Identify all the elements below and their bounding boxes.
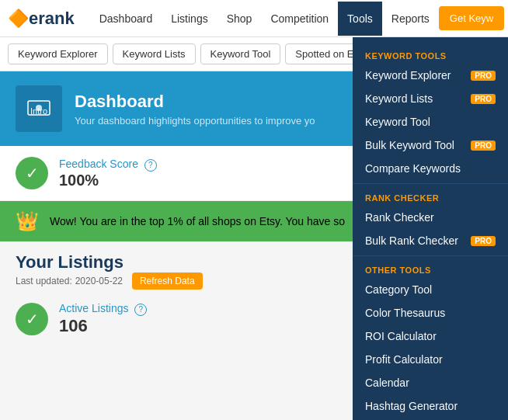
dropdown-rank-checker[interactable]: Rank Checker bbox=[353, 206, 508, 229]
other-tools-section-label: OTHER TOOLS bbox=[353, 259, 508, 278]
last-updated-label: Last updated: bbox=[16, 276, 72, 286]
keyword-tools-section-label: KEYWORD TOOLS bbox=[353, 45, 508, 64]
dropdown-profit-calculator[interactable]: Profit Calculator bbox=[353, 348, 508, 371]
dropdown-category-tool[interactable]: Category Tool bbox=[353, 278, 508, 301]
svg-point-3 bbox=[36, 105, 42, 111]
top-shop-text: Wow! You are in the top 1% of all shops … bbox=[50, 215, 345, 227]
pro-badge-bulk-keyword: PRO bbox=[471, 141, 496, 151]
dropdown-divider-1 bbox=[353, 183, 508, 184]
active-listings-info: Active Listings ? 106 bbox=[59, 302, 147, 336]
nav-listings[interactable]: Listings bbox=[162, 2, 217, 36]
nav-competition[interactable]: Competition bbox=[261, 2, 338, 36]
main-nav: Dashboard Listings Shop Competition Tool… bbox=[90, 2, 439, 36]
feedback-check-icon: ✓ bbox=[16, 157, 48, 189]
feedback-info: Feedback Score ? 100% bbox=[59, 158, 157, 189]
feedback-score-value: 100% bbox=[59, 172, 157, 189]
dropdown-roi-calculator[interactable]: ROI Calculator bbox=[353, 325, 508, 348]
active-listings-link[interactable]: Active Listings bbox=[59, 302, 128, 314]
tab-keyword-lists[interactable]: Keyword Lists bbox=[113, 43, 196, 64]
header: 🔶 erank Dashboard Listings Shop Competit… bbox=[0, 0, 508, 37]
tools-dropdown: KEYWORD TOOLS Keyword Explorer PRO Keywo… bbox=[353, 37, 508, 420]
dropdown-bulk-keyword-tool[interactable]: Bulk Keyword Tool PRO bbox=[353, 134, 508, 157]
nav-tools[interactable]: Tools bbox=[338, 2, 382, 36]
nav-dashboard[interactable]: Dashboard bbox=[90, 2, 162, 36]
banner-text: Dashboard Your dashboard highlights oppo… bbox=[75, 92, 315, 127]
dropdown-keyword-explorer[interactable]: Keyword Explorer PRO bbox=[353, 64, 508, 87]
active-listings-check-icon: ✓ bbox=[16, 303, 48, 335]
dropdown-color-thesaurus[interactable]: Color Thesaurus bbox=[353, 301, 508, 325]
tab-keyword-tool[interactable]: Keyword Tool bbox=[200, 43, 281, 64]
dropdown-bulk-rank-checker[interactable]: Bulk Rank Checker PRO bbox=[353, 229, 508, 252]
last-updated-date: 2020-05-22 bbox=[75, 276, 123, 286]
banner-icon: Intro bbox=[16, 85, 62, 132]
rank-checker-section-label: RANK CHECKER bbox=[353, 187, 508, 206]
pro-badge-keyword-explorer: PRO bbox=[471, 71, 496, 81]
pro-badge-bulk-rank: PRO bbox=[471, 236, 496, 246]
active-listings-count: 106 bbox=[59, 316, 147, 336]
tab-keyword-explorer[interactable]: Keyword Explorer bbox=[8, 43, 108, 64]
dropdown-keyword-tool[interactable]: Keyword Tool bbox=[353, 110, 508, 134]
banner-subtitle: Your dashboard highlights opportunities … bbox=[75, 115, 315, 127]
dropdown-hashtag-generator[interactable]: Hashtag Generator bbox=[353, 394, 508, 418]
dropdown-keyword-lists[interactable]: Keyword Lists PRO bbox=[353, 87, 508, 110]
dropdown-divider-2 bbox=[353, 255, 508, 256]
dropdown-calendar[interactable]: Calendar bbox=[353, 371, 508, 394]
pro-badge-keyword-lists: PRO bbox=[471, 94, 496, 104]
dropdown-compare-keywords[interactable]: Compare Keywords bbox=[353, 157, 508, 180]
help-icon[interactable]: ? bbox=[144, 159, 157, 172]
logo-text: erank bbox=[29, 9, 75, 29]
nav-shop[interactable]: Shop bbox=[217, 2, 262, 36]
get-key-button[interactable]: Get Keyw bbox=[439, 6, 504, 30]
active-listings-help-icon[interactable]: ? bbox=[134, 304, 147, 316]
crown-icon: 👑 bbox=[16, 210, 39, 232]
logo-icon: 🔶 bbox=[8, 9, 29, 29]
banner-title: Dashboard bbox=[75, 92, 315, 112]
logo[interactable]: 🔶 erank bbox=[8, 9, 75, 29]
feedback-score-link[interactable]: Feedback Score bbox=[59, 158, 138, 170]
nav-reports[interactable]: Reports bbox=[382, 2, 439, 36]
refresh-data-button[interactable]: Refresh Data bbox=[132, 272, 203, 290]
